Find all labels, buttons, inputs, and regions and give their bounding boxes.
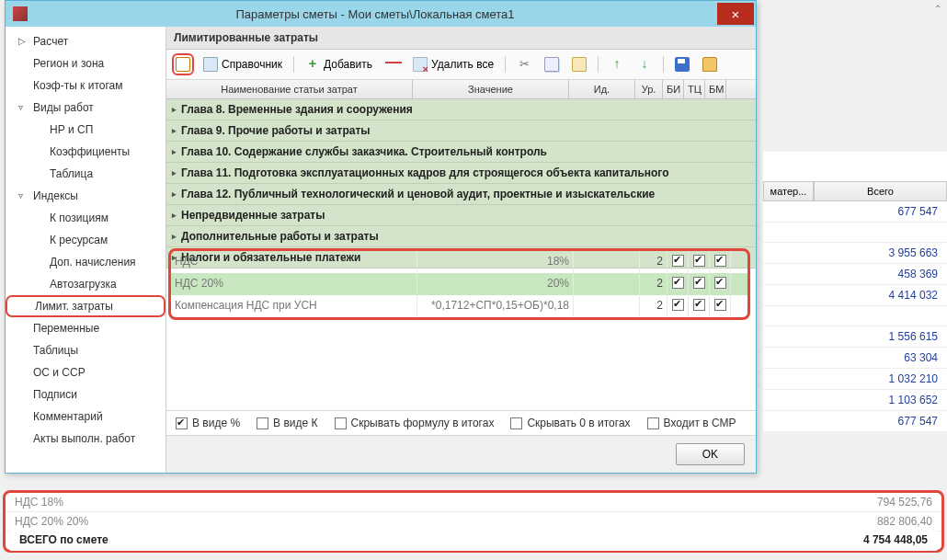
tree-item[interactable]: НР и СП	[6, 119, 165, 141]
move-up-button[interactable]: ↑	[606, 54, 628, 74]
tree-item[interactable]: Коэффициенты	[6, 141, 165, 163]
tree-item[interactable]: Регион и зона	[6, 52, 165, 74]
table-row[interactable]: НДС 20%20%2	[171, 273, 747, 295]
delete-all-button[interactable]: Удалить все	[409, 54, 497, 74]
remove-button[interactable]: —	[382, 54, 404, 74]
totals-cell	[763, 306, 947, 326]
chapter-row[interactable]: ▸Глава 11. Подготовка эксплуатационных к…	[166, 163, 756, 184]
col-header-tc[interactable]: ТЦ	[684, 80, 705, 98]
cell-tc[interactable]	[689, 295, 710, 317]
expand-icon: ▿	[18, 102, 23, 112]
expand-icon: ▷	[18, 36, 26, 46]
chapter-row[interactable]: ▸Глава 10. Содержание службы заказчика. …	[166, 142, 756, 163]
tree-item[interactable]: Комментарий	[6, 406, 165, 428]
chapter-row[interactable]: ▸Дополнительные работы и затраты	[166, 226, 756, 247]
cell-bm[interactable]	[710, 295, 731, 317]
cell-bm[interactable]	[710, 251, 731, 273]
plus-icon: +	[305, 57, 320, 72]
column-header-total[interactable]: Всего	[814, 181, 947, 201]
table-row[interactable]: Компенсация НДС при УСН*0,1712+СП*0,15+О…	[171, 295, 747, 317]
save-button[interactable]	[671, 54, 693, 74]
chapter-row[interactable]: ▸Непредвиденные затраты	[166, 205, 756, 226]
tree-item-label: Коэффициенты	[50, 145, 130, 158]
collapse-caret[interactable]: ⌃	[934, 4, 941, 14]
chapter-row[interactable]: ▸Глава 12. Публичный технологический и ц…	[166, 184, 756, 205]
checkbox-icon	[176, 417, 188, 429]
expand-icon: ▿	[18, 190, 23, 200]
tree-item[interactable]: Таблицы	[6, 339, 165, 361]
totals-column: матер... Всего 677 5473 955 663458 3694 …	[763, 152, 947, 432]
paste-button[interactable]	[568, 54, 590, 74]
tree-item-label: Расчет	[33, 35, 68, 48]
cell-bi[interactable]	[667, 295, 689, 317]
tree-item[interactable]: Акты выполн. работ	[6, 428, 165, 450]
ok-button[interactable]: OK	[676, 443, 745, 465]
cell-bi[interactable]	[667, 251, 689, 273]
tree-item[interactable]: ОС и ССР	[6, 361, 165, 383]
cell-bm[interactable]	[710, 273, 731, 295]
cell-tc[interactable]	[689, 273, 710, 295]
col-header-bi[interactable]: БИ	[663, 80, 684, 98]
tree-item[interactable]: ▿Индексы	[6, 185, 165, 207]
checkbox-icon	[647, 417, 659, 429]
opt-hide-formula[interactable]: Скрывать формулу в итогах	[335, 417, 495, 429]
checkbox-icon	[693, 277, 705, 289]
totals-cell	[763, 223, 947, 243]
cell-level: 2	[640, 273, 667, 295]
tree-item[interactable]: ▷Расчет	[6, 30, 165, 52]
cell-name: НДС	[171, 251, 417, 273]
chevron-right-icon: ▸	[172, 126, 177, 135]
opt-as-coef[interactable]: В виде К	[257, 417, 317, 429]
table-row[interactable]: НДС18%2	[171, 251, 747, 273]
cell-tc[interactable]	[689, 251, 710, 273]
open-button[interactable]	[699, 54, 721, 74]
close-button[interactable]: ×	[717, 3, 754, 25]
opt-in-smr[interactable]: Входит в СМР	[647, 417, 736, 429]
col-header-name[interactable]: Наименование статьи затрат	[166, 80, 413, 98]
tree-item-label: Акты выполн. работ	[33, 432, 135, 445]
content-pane: Лимитированные затраты Справочник + Доба…	[166, 27, 756, 473]
tree-item[interactable]: Подписи	[6, 383, 165, 406]
chapter-row[interactable]: ▸Глава 9. Прочие работы и затраты	[166, 120, 756, 142]
column-header-mater[interactable]: матер...	[763, 181, 814, 201]
card-button[interactable]	[172, 53, 194, 75]
tree-item-label: Виды работ	[33, 101, 94, 114]
cell-name: НДС 20%	[171, 273, 417, 295]
summary-label: НДС 20% 20%	[15, 515, 88, 528]
tree-item[interactable]: ▿Виды работ	[6, 97, 165, 119]
tree-item[interactable]: К ресурсам	[6, 229, 165, 251]
window-title: Параметры сметы - Мои сметы\Локальная см…	[33, 7, 717, 21]
copy-button[interactable]	[541, 54, 563, 74]
chevron-right-icon: ▸	[172, 211, 177, 220]
cell-bi[interactable]	[667, 273, 689, 295]
tree-item-label: Автозагрузка	[50, 278, 117, 291]
col-header-id[interactable]: Ид.	[569, 80, 635, 98]
totals-cell: 1 103 652	[763, 390, 947, 411]
chevron-right-icon: ▸	[172, 147, 177, 156]
tree-item[interactable]: Доп. начисления	[6, 251, 165, 273]
col-header-level[interactable]: Ур.	[635, 80, 663, 98]
tree-item[interactable]: Автозагрузка	[6, 273, 165, 295]
cell-value: 20%	[417, 273, 574, 295]
add-button[interactable]: + Добавить	[302, 54, 376, 74]
cell-id	[574, 295, 640, 317]
summary-row: НДС 18%794 525,76	[6, 493, 941, 512]
tree-item-label: Подписи	[33, 388, 77, 401]
col-header-value[interactable]: Значение	[413, 80, 569, 98]
move-down-button[interactable]: ↓	[633, 54, 656, 74]
checkbox-icon	[714, 299, 726, 311]
tree-item[interactable]: К позициям	[6, 207, 165, 229]
col-header-bm[interactable]: БМ	[705, 80, 726, 98]
opt-as-percent[interactable]: В виде %	[176, 417, 240, 429]
tree-item[interactable]: Переменные	[6, 317, 165, 339]
tree-item[interactable]: Таблица	[6, 163, 165, 185]
opt-hide-zero[interactable]: Скрывать 0 в итогах	[510, 417, 630, 429]
cut-button[interactable]: ✂	[513, 54, 535, 74]
tree-item[interactable]: Лимит. затраты	[6, 295, 165, 317]
reference-button[interactable]: Справочник	[200, 54, 286, 74]
chapter-row[interactable]: ▸Глава 8. Временные здания и сооружения	[166, 99, 756, 120]
chevron-right-icon: ▸	[172, 105, 177, 114]
delete-all-label: Удалить все	[431, 58, 494, 71]
chapter-label: Глава 12. Публичный технологический и це…	[181, 188, 655, 200]
tree-item[interactable]: Коэф-ты к итогам	[6, 74, 165, 97]
